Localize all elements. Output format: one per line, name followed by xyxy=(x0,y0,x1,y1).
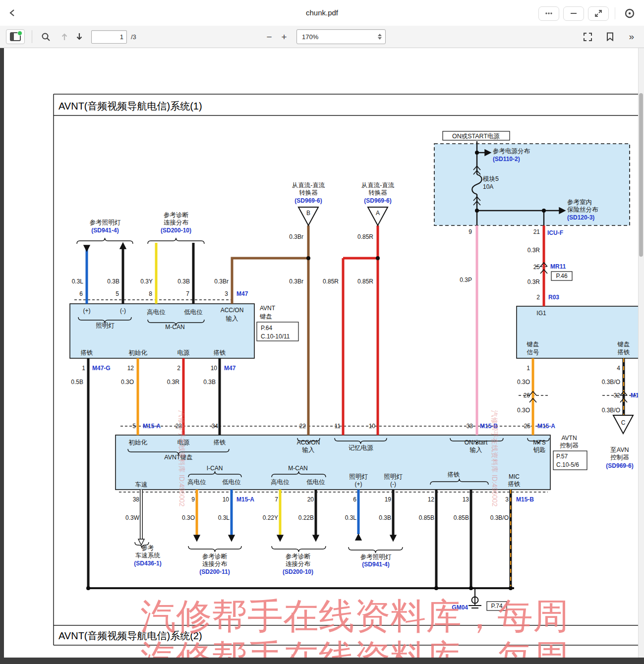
minimize-icon xyxy=(570,9,578,17)
search-button[interactable] xyxy=(39,30,53,44)
diagram-text: M15-A xyxy=(143,423,161,430)
diagram-text: 12 xyxy=(428,496,435,503)
diagram-text: 保险丝分布 xyxy=(567,206,598,213)
zoom-value: 170% xyxy=(297,33,318,41)
diagram-text: 汽修帮手在线资料库，每周 xyxy=(140,638,569,658)
diagram-text: 键盘 xyxy=(617,341,630,348)
diagram-text: 0.3R xyxy=(167,379,180,386)
diagram-text: 初始化 xyxy=(128,349,147,356)
wiring-diagram: AVNT(音频视频导航电信)系统(1)AVNT(音频视频导航电信)系统(2)ON… xyxy=(4,48,639,658)
diagram-text: 0.3B/O xyxy=(602,407,620,414)
minimize-button[interactable] xyxy=(563,6,584,21)
diagram-text: 0.85B xyxy=(454,514,469,521)
diagram-text: 4 xyxy=(617,365,620,372)
diagram-text: 至AVN xyxy=(610,446,629,453)
scrollbar-thumb[interactable] xyxy=(639,93,643,257)
diagram-text: 从直流-直流 xyxy=(361,182,395,189)
diagram-text: 38 xyxy=(133,496,140,503)
diagram-text: 连接分布 xyxy=(202,560,228,567)
previous-page-button[interactable] xyxy=(59,30,70,43)
diagram-text: 低电位 xyxy=(222,479,241,486)
expand-button[interactable] xyxy=(588,6,609,21)
diagram-text: 搭铁 xyxy=(508,481,521,488)
diagram-text: 连接分布 xyxy=(164,219,189,226)
bookmark-button[interactable] xyxy=(604,30,616,43)
diagram-text: 0.3R xyxy=(527,278,540,285)
zoom-out-button[interactable]: − xyxy=(262,29,277,44)
diagram-text: 2 xyxy=(536,294,540,301)
diagram-text: 10 xyxy=(369,423,376,430)
diagram-text: 输入 xyxy=(470,446,483,453)
diagram-text: M-CAN xyxy=(165,324,184,331)
diagram-text: M15-B xyxy=(631,392,639,399)
brace xyxy=(349,547,403,553)
next-page-button[interactable] xyxy=(73,30,85,43)
diagram-text: 0.3O xyxy=(517,407,530,414)
page-number-input[interactable] xyxy=(91,30,127,44)
brace xyxy=(272,546,326,552)
bookmark-icon xyxy=(606,32,614,41)
zoom-in-button[interactable]: + xyxy=(277,29,292,44)
diagram-text: 25 xyxy=(533,264,540,271)
diagram-text: 33 xyxy=(467,423,473,430)
diagram-text: AVNT xyxy=(260,305,276,312)
connector-box xyxy=(434,144,630,225)
diagram-text: 11 xyxy=(335,423,341,430)
page-count-label: /3 xyxy=(131,33,136,41)
diagram-text: 0.22Y xyxy=(263,514,278,521)
diagram-text: 5 xyxy=(132,423,136,430)
diagram-text: 8 xyxy=(149,290,152,297)
diagram-text: 0.3B/O xyxy=(602,379,620,386)
diagram-text: (+) xyxy=(83,307,91,314)
junction-dot xyxy=(434,586,438,590)
diagram-text: (-) xyxy=(390,481,396,488)
diagram-text: P.64 xyxy=(261,325,272,332)
diagram-text: (SD941-4) xyxy=(91,227,118,234)
diagram-text: 10 xyxy=(211,365,218,372)
diagram-text: 0.3B xyxy=(107,278,119,285)
diagram-text: (-) xyxy=(120,307,126,314)
diagram-text: M47-G xyxy=(92,365,111,372)
diagram-text: AVNT(音频视频导航电信)系统(1) xyxy=(59,101,202,111)
record-button[interactable] xyxy=(621,5,638,21)
diagram-text: 26 xyxy=(524,392,530,399)
diagram-text: R03 xyxy=(548,294,559,301)
diagram-text: MTS xyxy=(533,439,545,446)
diagram-text: 0.3B xyxy=(203,379,216,386)
zoom-select[interactable]: 170% xyxy=(296,29,386,44)
diagram-text: 参考照明灯 xyxy=(360,553,392,560)
sidebar-toggle-button[interactable] xyxy=(6,29,25,44)
diagram-text: (SD941-4) xyxy=(362,561,389,568)
arrow-marker xyxy=(277,535,283,541)
toolbar-right-group: » xyxy=(581,26,637,48)
diagram-text: 0.3B xyxy=(177,278,190,285)
vertical-scrollbar[interactable] xyxy=(638,48,644,658)
diagram-text: 参考诊断 xyxy=(164,212,189,219)
zoom-spinner-icon[interactable] xyxy=(378,34,382,40)
diagram-text: 3 xyxy=(225,290,228,297)
diagram-text: 21 xyxy=(533,228,540,235)
diagram-text: 1 xyxy=(82,365,85,372)
fullscreen-button[interactable] xyxy=(581,30,594,44)
junction-dot xyxy=(475,209,479,213)
arrow-marker xyxy=(194,535,200,541)
diagram-text: 初始化 xyxy=(128,439,147,446)
diagram-text: 照明灯 xyxy=(384,473,403,480)
diagram-text: C xyxy=(621,419,626,426)
diagram-text: ICU-F xyxy=(547,229,563,236)
diagram-text: 0.3R xyxy=(527,247,540,254)
diagram-text: 9 xyxy=(468,228,472,235)
more-tools-button[interactable]: » xyxy=(626,31,637,43)
diagram-text: P.46 xyxy=(556,273,567,279)
more-options-button[interactable] xyxy=(538,6,559,21)
diagram-text: 低电位 xyxy=(306,479,325,486)
diagram-text: 信号 xyxy=(527,349,539,356)
diagram-text: 转换器 xyxy=(368,189,387,196)
toolbar-divider xyxy=(32,30,32,43)
diagram-text: AVTN xyxy=(561,435,577,442)
junction-dot xyxy=(475,151,479,155)
diagram-text: M-CAN xyxy=(288,465,307,472)
diagram-text: (SD969-6) xyxy=(364,197,391,204)
arrow-marker xyxy=(229,535,234,541)
diagram-text: 0.85R xyxy=(357,278,373,285)
